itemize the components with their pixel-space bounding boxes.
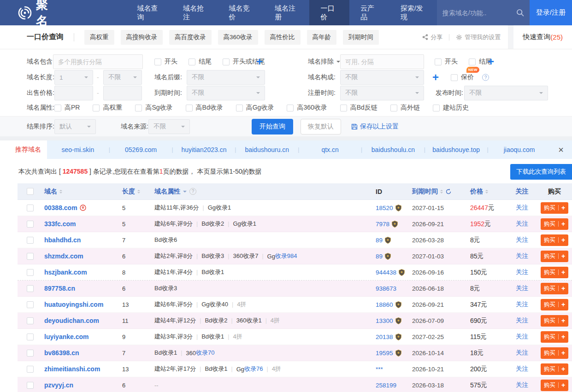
baojia-checkbox[interactable]: 保价 NEW (451, 73, 572, 82)
filter-chip[interactable]: 高360收录 (218, 30, 258, 45)
domain-link[interactable]: 333fc.com (44, 220, 76, 228)
filter-chip[interactable]: 高性价比 (265, 30, 301, 45)
row-checkbox[interactable] (27, 317, 34, 324)
filter-chip[interactable]: 高搜狗收录 (121, 30, 163, 45)
row-checkbox[interactable] (27, 350, 34, 357)
save-settings-link[interactable]: 保存以上设置 (351, 123, 399, 131)
id-link[interactable]: *** (376, 366, 383, 373)
refresh-icon[interactable] (445, 188, 452, 195)
domain-link[interactable]: shzmdx.com (44, 252, 83, 260)
recommend-domain[interactable]: 05269.com (110, 146, 172, 153)
recommend-domain[interactable]: huyitian2023.cn (173, 146, 235, 153)
filter-chip[interactable]: 高权重 (84, 30, 114, 45)
length-to-select[interactable]: 不限 (103, 70, 142, 85)
checkbox[interactable]: 高权重 (93, 104, 122, 112)
expire-select[interactable]: 不限 (187, 86, 265, 100)
sort-icon[interactable] (59, 188, 62, 195)
buy-button[interactable]: 购买+ (541, 202, 568, 214)
select-all-checkbox[interactable] (27, 188, 34, 195)
follow-link[interactable]: 关注 (516, 316, 528, 325)
navbar-search-input[interactable] (442, 9, 516, 17)
follow-link[interactable]: 关注 (516, 236, 528, 244)
recommend-domain[interactable]: baidushouye.top (425, 146, 487, 153)
row-checkbox[interactable] (27, 237, 34, 244)
help-icon[interactable]: ? (189, 188, 196, 195)
domain-link[interactable]: pzvyyj.cn (44, 381, 73, 389)
row-checkbox[interactable] (27, 269, 34, 276)
domain-link[interactable]: huatuoyingshi.com (44, 301, 103, 308)
follow-link[interactable]: 关注 (516, 333, 528, 341)
follow-link[interactable]: 关注 (516, 365, 528, 373)
id-link[interactable]: 938673 (376, 285, 396, 292)
domain-link[interactable]: hszjbank.com (44, 269, 87, 276)
domain-link[interactable]: bv86398.cn (44, 349, 79, 357)
follow-link[interactable]: 关注 (516, 300, 528, 309)
row-checkbox[interactable] (27, 285, 34, 292)
recommend-domain[interactable]: seo-mi.skin (47, 146, 109, 153)
navbar-search[interactable] (437, 0, 530, 25)
checkbox[interactable]: 开头 (154, 58, 177, 66)
recommend-domain[interactable]: baidushoulu.cn (362, 146, 424, 153)
quick-query-button[interactable]: 快速查询 (25) (513, 25, 572, 49)
nav-item[interactable]: 域名竞价 (218, 0, 263, 25)
nav-item[interactable]: 域名注册 (264, 0, 309, 25)
row-checkbox[interactable] (27, 366, 34, 373)
id-link[interactable]: 89 (376, 253, 383, 260)
add-compose-icon[interactable]: + (432, 72, 439, 83)
checkbox[interactable]: 高外链 (390, 104, 420, 112)
row-checkbox[interactable] (27, 382, 34, 389)
download-list-button[interactable]: 下载此次查询列表 (510, 164, 572, 180)
source-select[interactable]: 不限 (148, 119, 190, 134)
nav-item[interactable]: 域名查询 (126, 0, 171, 25)
domain-link[interactable]: 897758.cn (44, 285, 75, 292)
nav-item[interactable]: 域名抢注 (172, 0, 218, 25)
suffix-select[interactable]: 不限 (187, 70, 265, 85)
sort-icon[interactable] (440, 188, 443, 195)
buy-button[interactable]: 购买+ (541, 363, 568, 375)
caret-down-icon[interactable] (183, 191, 187, 194)
checkbox[interactable]: 开头 (435, 58, 458, 66)
row-checkbox[interactable] (27, 301, 34, 308)
domain-link[interactable]: 00388.com (44, 204, 77, 211)
buy-button[interactable]: 购买+ (541, 331, 568, 343)
id-link[interactable]: 19595 (376, 350, 393, 357)
id-link[interactable]: 944438 (376, 269, 396, 276)
follow-link[interactable]: 关注 (516, 381, 528, 389)
recommend-domain[interactable]: jiaoqu.com (489, 146, 550, 153)
attr-link[interactable]: 收录76 (244, 365, 263, 373)
follow-link[interactable]: 关注 (516, 220, 528, 228)
id-link[interactable]: 18860 (376, 301, 393, 308)
buy-button[interactable]: 购买+ (541, 380, 568, 391)
follow-link[interactable]: 关注 (516, 252, 528, 260)
follow-link[interactable]: 关注 (516, 349, 528, 357)
close-icon[interactable]: × (550, 145, 572, 155)
checkbox[interactable]: 高PR (54, 104, 80, 112)
row-checkbox[interactable] (27, 221, 34, 228)
id-link[interactable]: 89 (376, 237, 383, 244)
recommend-domain[interactable]: qtx.cn (299, 146, 361, 153)
row-checkbox[interactable] (27, 205, 34, 211)
register-select[interactable]: 不限 (340, 86, 424, 100)
filter-chip[interactable]: 到期时间 (343, 30, 379, 45)
buy-button[interactable]: 购买+ (541, 315, 568, 327)
checkbox[interactable]: 高Sg收录 (135, 104, 172, 112)
id-link[interactable]: 7978 (376, 221, 389, 228)
domain-link[interactable]: hbahdhd.cn (44, 236, 81, 244)
row-checkbox[interactable] (27, 253, 34, 260)
follow-link[interactable]: 关注 (516, 268, 528, 276)
exclude-label-dropdown[interactable]: 域名排除 (308, 58, 340, 66)
filter-chip[interactable]: 高年龄 (307, 30, 337, 45)
nav-item[interactable]: 云产品 (349, 0, 389, 25)
reset-button[interactable]: 恢复默认 (301, 119, 341, 135)
filter-chip[interactable]: 高百度收录 (169, 30, 212, 45)
checkbox[interactable]: 建站历史 (433, 104, 469, 112)
buy-button[interactable]: 购买+ (541, 283, 568, 294)
id-link[interactable]: 13300 (376, 317, 393, 324)
search-button[interactable]: 开始查询 (252, 119, 293, 135)
follow-link[interactable]: 关注 (516, 204, 528, 212)
share-button[interactable]: 分享 (422, 33, 442, 41)
sort-icon[interactable] (485, 188, 488, 195)
sort-icon[interactable] (137, 188, 140, 195)
checkbox[interactable]: 高Gg收录 (236, 104, 274, 112)
recommend-domain[interactable]: baidushouru.cn (236, 146, 298, 153)
